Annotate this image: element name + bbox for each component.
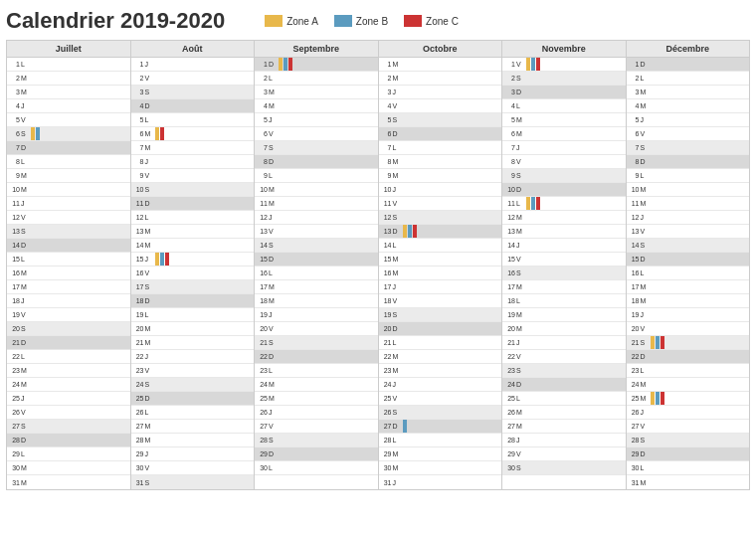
zone-band-b [656, 392, 660, 405]
day-number: 31 [131, 479, 145, 486]
day-number: 6 [502, 130, 516, 137]
day-bands [651, 113, 750, 126]
day-bands [31, 420, 130, 433]
day-number: 27 [379, 423, 393, 430]
day-number: 15 [131, 256, 145, 263]
day-number: 18 [7, 297, 21, 304]
day-bands [526, 197, 626, 210]
day-row: 19J [255, 308, 378, 322]
day-row: 12J [627, 211, 750, 225]
day-number: 15 [255, 256, 269, 263]
day-bands [526, 169, 626, 182]
day-bands [526, 58, 626, 71]
day-bands [155, 99, 255, 112]
day-bands [155, 253, 255, 266]
day-row: 8L [7, 155, 130, 169]
day-number: 16 [502, 269, 516, 276]
day-row: 26M [502, 406, 626, 420]
day-letter: J [516, 339, 526, 346]
day-row: 8M [379, 155, 502, 169]
day-row: 16S [502, 267, 626, 280]
day-bands [279, 322, 378, 335]
day-number: 26 [627, 409, 641, 416]
day-number: 14 [131, 242, 145, 249]
day-number: 4 [379, 102, 393, 109]
day-letter: D [516, 381, 526, 388]
day-number: 8 [627, 158, 641, 165]
day-letter: D [269, 158, 279, 165]
day-number: 18 [379, 297, 393, 304]
day-row: 2M [7, 72, 130, 86]
day-letter: L [641, 172, 651, 179]
day-bands [155, 72, 255, 85]
day-number: 4 [7, 102, 21, 109]
day-letter: J [21, 200, 31, 207]
day-letter: S [269, 242, 279, 249]
day-row: 1M [379, 58, 502, 72]
day-number: 21 [502, 339, 516, 346]
day-number: 14 [379, 242, 393, 249]
day-letter: M [393, 353, 403, 360]
day-bands [279, 183, 378, 196]
day-number: 20 [7, 325, 21, 332]
day-letter: M [393, 269, 403, 276]
day-bands [403, 322, 502, 335]
day-row: 18M [627, 294, 750, 308]
day-bands [31, 113, 130, 126]
day-bands [279, 239, 378, 252]
day-letter: V [516, 61, 526, 68]
day-row: 26L [131, 406, 255, 420]
day-bands [155, 86, 255, 98]
day-number: 3 [7, 89, 21, 95]
day-bands [31, 183, 130, 196]
day-row: 23L [255, 364, 378, 378]
day-number: 27 [255, 423, 269, 430]
day-number: 28 [627, 437, 641, 444]
day-row: 3S [131, 86, 255, 99]
day-bands [31, 294, 130, 307]
day-row: 31M [7, 475, 130, 489]
day-bands [155, 294, 255, 307]
zone-band-a [526, 197, 530, 210]
day-row: 24M [627, 378, 750, 392]
day-number: 15 [502, 256, 516, 263]
day-row: 23S [502, 364, 626, 378]
day-bands [31, 406, 130, 419]
day-number: 12 [379, 214, 393, 221]
day-row: 9V [131, 169, 255, 183]
day-number: 2 [7, 75, 21, 82]
day-number: 5 [255, 116, 269, 123]
day-bands [403, 225, 502, 238]
day-row: 1J [131, 58, 255, 72]
day-row: 14D [7, 239, 130, 253]
day-bands [279, 392, 378, 405]
day-number: 4 [502, 102, 516, 109]
day-row: 9M [7, 169, 130, 183]
day-letter: M [145, 144, 155, 151]
day-row: 22J [131, 350, 255, 364]
day-row: 19J [627, 308, 750, 322]
day-number: 20 [379, 325, 393, 332]
day-row: 20V [627, 322, 750, 336]
day-number: 2 [502, 75, 516, 82]
day-number: 17 [131, 283, 145, 290]
day-row: 28S [627, 434, 750, 447]
day-letter: M [21, 75, 31, 82]
day-bands [31, 267, 130, 279]
day-row: 11M [627, 197, 750, 211]
day-row: 30M [7, 461, 130, 475]
day-bands [279, 155, 378, 168]
day-bands [403, 155, 502, 168]
day-row: 27M [502, 420, 626, 434]
day-number: 25 [131, 395, 145, 402]
day-bands [651, 392, 750, 405]
day-row: 19S [379, 308, 502, 322]
day-row: 10D [502, 183, 626, 197]
day-number: 2 [131, 75, 145, 82]
day-bands [526, 434, 626, 446]
day-number: 29 [131, 450, 145, 457]
day-letter: M [21, 186, 31, 193]
day-row: 10S [131, 183, 255, 197]
day-bands [155, 155, 255, 168]
day-number: 31 [627, 479, 641, 486]
